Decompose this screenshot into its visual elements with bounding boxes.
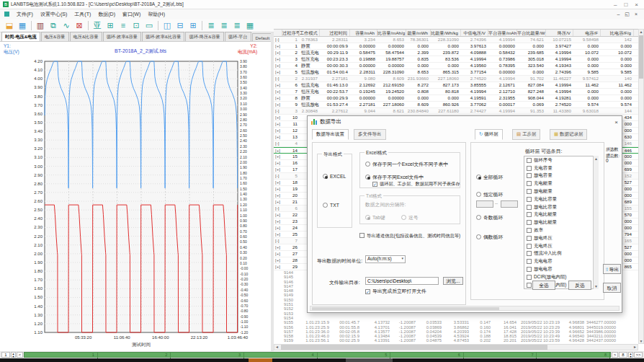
menu-item[interactable]: 数据(D) [98,11,115,18]
cycle-group-row[interactable]: [-]10.783632.283113.2348.65378.36301228.… [274,37,644,43]
column-header[interactable]: 比能量/Wh/kg [431,30,461,36]
mdi-minimize-button[interactable]: – [617,12,620,17]
select-all-button[interactable]: 全选 [532,281,555,290]
menu-item[interactable]: 文件(F) [17,11,33,18]
cycle-item-checkbox[interactable]: 效率 [524,226,598,234]
column-header[interactable]: 工作模式 [300,30,320,36]
axis-icon[interactable]: 亚 [91,19,104,31]
tab-step-layer[interactable]: ▤ 工步层 [512,129,540,140]
menu-item[interactable]: 设置中心(S) [40,11,67,18]
cycle-item-checkbox[interactable]: 放电能量 [524,187,598,195]
menu-item[interactable]: 工具(T) [74,11,91,18]
alarm-icon[interactable]: ⊠ [73,19,86,31]
step-row[interactable]: [+]9恒流放电01:53:27.42.27181227.180608.6098… [274,102,644,108]
cycle-item-checkbox[interactable]: 充电比能量 [524,211,598,219]
view-tab[interactable]: Default [252,33,274,41]
radio-tab-separator[interactable]: Tab键 [365,214,385,221]
cycle-item-checkbox[interactable]: 放电电容 [524,265,598,273]
maximize-button[interactable]: □ [624,1,627,8]
left-page-field[interactable]: 1 [1,352,10,358]
column-header[interactable]: 过程序号 [282,30,300,36]
taskbar-item[interactable] [346,358,393,362]
radio-excel[interactable]: EXCEL [323,174,346,179]
time-unit-select[interactable]: Auto(h:m:s)▾ [365,255,406,263]
step-row[interactable]: [+]4静置00:00:30.30.000000.000000.0000.000… [274,63,644,69]
column-header[interactable]: 比电容/F/g [601,30,634,36]
radio-odd-cycles[interactable]: 奇数循环 [476,214,503,221]
window-horizontal-icon[interactable]: ⊟ [174,19,187,31]
step-row[interactable]: [+]5恒流放电01:54:00.42.28311228.310908.6538… [274,69,644,76]
cycle-item-checkbox[interactable]: 放电终压 [524,234,598,242]
cycle-item-checkbox[interactable]: 恒流冲入比例 [524,250,598,258]
cycle-item-checkbox[interactable]: 充电电容 [524,257,598,265]
page-progress-bar[interactable]: 12345678 [24,352,611,358]
last-page-button[interactable]: >> [634,352,643,358]
cycle-group-row[interactable]: [-]22.319372.271819.0808.609231.93660227… [274,76,644,82]
radio-specified-cycles[interactable]: 指定循环 [476,191,503,198]
menu-item[interactable]: 窗口(W) [122,11,140,18]
cycle-item-checkbox[interactable]: 充电能量 [524,180,598,187]
right-page-field[interactable]: 8 [619,352,627,358]
cycle-item-checkbox[interactable]: 充电容量 [524,164,598,172]
view-tab[interactable]: 循环-效率&容量 [103,32,141,41]
view-tab[interactable]: 电压&比容量 [70,32,102,41]
radio-same-excel-file[interactable]: 保存于同一个Excel文件不同子表中 [365,161,448,168]
column-header[interactable]: 中值电压/V [461,30,488,36]
record-row[interactable]: 91591.01:23:56.100:02:25.94.13391-1.2008… [274,338,644,343]
window-vertical-icon[interactable]: ◫ [161,19,174,31]
radio-comma-separator[interactable]: 逗号 [401,214,419,221]
tab-cycle-layer[interactable]: ↻ 循环层 [475,129,503,140]
step-row[interactable]: [+]8静置00:00:29.90.000000.000000.0000.000… [274,95,644,102]
left-page-spinner[interactable]: ▲▼ [11,352,16,358]
mdi-close-button[interactable]: × [635,12,638,17]
dialog-close-icon[interactable]: × [614,119,618,125]
mdi-restore-button[interactable]: ◱ [625,12,630,17]
list-view3-icon[interactable]: ≣ [231,19,243,31]
taskbar-item[interactable] [249,358,272,362]
cycle-item-checkbox[interactable]: 充电比容量 [524,195,598,203]
checkbox-channel-info[interactable]: 导出通道信息(包括设备信息、测试时间信息等) [359,233,460,239]
column-header[interactable]: 过程时间 [320,30,350,36]
grid-view-icon[interactable]: ▦ [243,19,256,31]
cycle-item-checkbox[interactable]: 充电终压 [524,242,598,250]
cancel-button[interactable]: 取消 [603,283,621,293]
list-scrollbar[interactable]: ▲▼ [593,156,599,289]
tab-record-layer[interactable]: ▦ 数据记录层 [550,129,587,140]
list-view1-icon[interactable]: ≣ [205,19,218,31]
column-header[interactable]: 电容/F [573,30,601,36]
checkbox-separate-sheets[interactable]: ✓循环层、工步层、数据层用不同子表保存 [372,181,460,187]
minimize-button[interactable]: – [614,1,617,8]
view-tab[interactable]: 循环-终压&容量 [185,32,223,41]
horizontal-scrollbar-thumb[interactable] [281,345,547,350]
view-tab[interactable]: 循环-平台 [225,32,251,41]
voltage-current-chart[interactable]: 4.204.104.003.903.803.703.603.503.403.30… [0,42,271,351]
step-row[interactable]: [+]6恒流充电01:46:13.02.12692212.691508.2728… [274,82,644,89]
split-h-icon[interactable]: ≡ [117,19,130,31]
step-row[interactable]: [+]3恒压充电00:23:23.30.1988819.887570.83583… [274,56,644,63]
chart-icon[interactable]: ∿ [60,19,73,31]
step-row[interactable]: [+]1静置00:00:09.90.000000.000000.0000.000… [274,43,644,50]
cycle-range-start-input[interactable] [476,200,493,208]
menu-item[interactable]: 帮助(H) [148,11,165,18]
prev-page-button[interactable]: < [17,352,23,358]
right-page-spinner[interactable]: ▲▼ [628,352,633,358]
list-view2-icon[interactable]: ≣ [218,19,231,31]
region-icon[interactable]: ▭ [143,19,156,31]
open-icon[interactable]: ⬓ [3,19,16,31]
step-row[interactable]: [+]2恒流充电00:29:11.90.5847558.475442.39923… [274,50,644,56]
dialog-horizontal-scrollbar[interactable] [310,306,620,311]
radio-even-cycles[interactable]: 偶数循环 [476,234,503,241]
save-icon[interactable]: ▦ [16,19,29,31]
radio-txt[interactable]: TXT [323,203,339,208]
channel-icon[interactable]: ▥ [34,19,47,31]
checkbox-open-after-export[interactable]: ✓导出完成后立即打开文件 [365,288,426,295]
copy-icon[interactable]: ⧉ [47,19,60,31]
radio-different-excel-files[interactable]: 保存于不同Excel文件中 [365,174,424,181]
window-cascade-icon[interactable]: ⊞ [187,19,200,31]
output-dir-input[interactable] [365,277,439,285]
next-page-button[interactable]: > [612,352,618,358]
column-header[interactable]: 平台比能量/W [517,30,546,36]
column-header[interactable]: 容量/mAh [350,30,377,36]
column-header[interactable]: 能量/mWh [406,30,431,36]
cycle-item-checkbox[interactable]: 放电比能量 [524,218,598,226]
